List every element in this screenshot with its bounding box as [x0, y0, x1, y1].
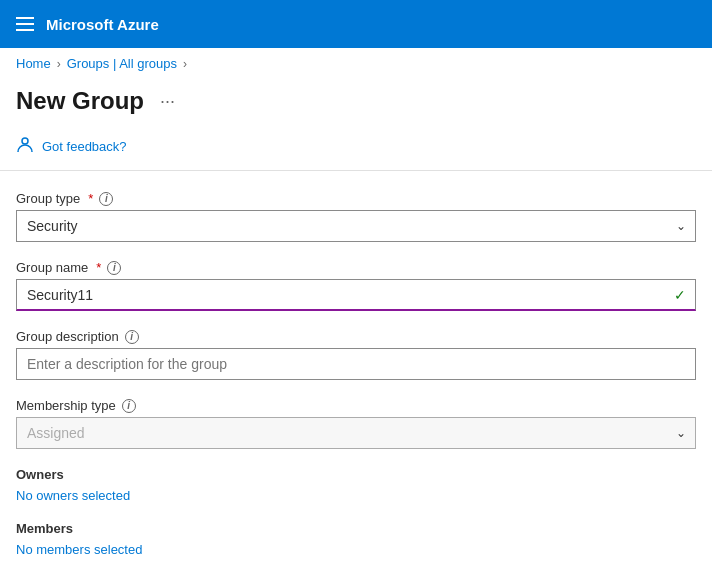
owners-section: Owners No owners selected [16, 467, 696, 503]
form-area: Group type * i Security Microsoft 365 ⌄ … [0, 171, 712, 561]
group-name-input[interactable] [16, 279, 696, 311]
group-name-field: Group name * i ✓ [16, 260, 696, 311]
feedback-link[interactable]: Got feedback? [42, 139, 127, 154]
members-label: Members [16, 521, 696, 536]
group-type-select[interactable]: Security Microsoft 365 [16, 210, 696, 242]
membership-type-select[interactable]: Assigned Dynamic User Dynamic Device [16, 417, 696, 449]
group-name-label: Group name * i [16, 260, 696, 275]
group-description-input[interactable] [16, 348, 696, 380]
group-type-select-wrapper: Security Microsoft 365 ⌄ [16, 210, 696, 242]
breadcrumb-sep-1: › [57, 57, 61, 71]
group-name-input-wrapper: ✓ [16, 279, 696, 311]
membership-type-info-icon[interactable]: i [122, 399, 136, 413]
group-type-field: Group type * i Security Microsoft 365 ⌄ [16, 191, 696, 242]
group-name-info-icon[interactable]: i [107, 261, 121, 275]
app-title: Microsoft Azure [46, 16, 159, 33]
membership-type-field: Membership type i Assigned Dynamic User … [16, 398, 696, 449]
svg-point-0 [22, 138, 28, 144]
owners-label: Owners [16, 467, 696, 482]
breadcrumb-sep-2: › [183, 57, 187, 71]
members-section: Members No members selected [16, 521, 696, 557]
group-name-checkmark-icon: ✓ [674, 287, 686, 303]
required-star-type: * [88, 191, 93, 206]
page-title: New Group [16, 87, 144, 115]
no-owners-link[interactable]: No owners selected [16, 488, 696, 503]
no-members-link[interactable]: No members selected [16, 542, 696, 557]
group-description-input-wrapper [16, 348, 696, 380]
group-type-label: Group type * i [16, 191, 696, 206]
required-star-name: * [96, 260, 101, 275]
breadcrumb-home[interactable]: Home [16, 56, 51, 71]
breadcrumb-groups[interactable]: Groups | All groups [67, 56, 177, 71]
feedback-icon [16, 135, 34, 158]
group-description-field: Group description i [16, 329, 696, 380]
membership-type-select-wrapper: Assigned Dynamic User Dynamic Device ⌄ [16, 417, 696, 449]
breadcrumb: Home › Groups | All groups › [0, 48, 712, 79]
group-description-info-icon[interactable]: i [125, 330, 139, 344]
hamburger-menu[interactable] [16, 17, 34, 31]
group-description-label: Group description i [16, 329, 696, 344]
page-menu-button[interactable]: ··· [154, 89, 181, 114]
page-header: New Group ··· [0, 79, 712, 127]
feedback-section: Got feedback? [0, 127, 712, 171]
group-type-info-icon[interactable]: i [99, 192, 113, 206]
membership-type-label: Membership type i [16, 398, 696, 413]
topbar: Microsoft Azure [0, 0, 712, 48]
